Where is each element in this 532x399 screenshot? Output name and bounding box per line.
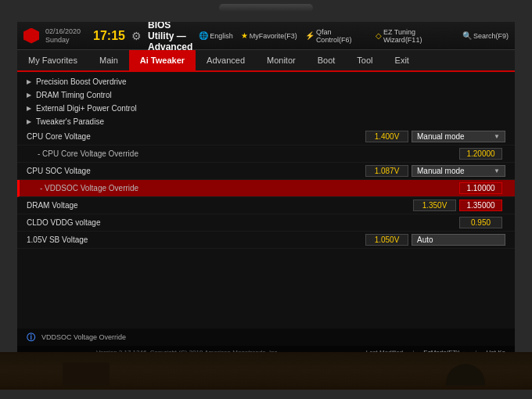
arrow-icon: ▶ [27, 118, 31, 125]
value-cldo-vddg: 0.950 [459, 217, 502, 228]
rog-icon [23, 28, 39, 44]
row-cpu-soc-voltage[interactable]: CPU SOC Voltage 1.087V Manual mode ▼ [17, 163, 515, 180]
tab-main[interactable]: Main [88, 50, 129, 70]
row-dram-voltage[interactable]: DRAM Voltage 1.350V 1.35000 [17, 197, 515, 214]
room-background [0, 352, 532, 390]
bios-screen: 02/16/2020 Sunday 17:15 ⚙ UEFI BIOS Util… [17, 22, 515, 352]
info-icon: ⓘ [27, 332, 35, 343]
shortcut-search[interactable]: 🔍 Search(F9) [462, 31, 509, 40]
row-vddsoc-voltage-override[interactable]: - VDDSOC Voltage Override 1.10000 [17, 180, 515, 197]
monitor-outer: 02/16/2020 Sunday 17:15 ⚙ UEFI BIOS Util… [0, 0, 532, 399]
tab-tool[interactable]: Tool [346, 50, 383, 70]
value-dram-voltage: 1.350V [413, 200, 456, 211]
value2-dram-voltage: 1.35000 [459, 200, 502, 211]
shortcut-english[interactable]: 🌐 English [199, 31, 233, 40]
value-cpu-core-voltage-override: 1.20000 [459, 148, 502, 160]
row-cpu-core-voltage[interactable]: CPU Core Voltage 1.400V Manual mode ▼ [17, 128, 515, 146]
label-cpu-core-voltage-override: - CPU Core Voltage Override [27, 149, 459, 158]
globe-icon: 🌐 [199, 31, 208, 40]
arrow-icon: ▶ [27, 105, 31, 112]
section-tweakers-paradise[interactable]: ▶ Tweaker's Paradise [17, 115, 515, 128]
arrow-icon: ▶ [27, 78, 31, 85]
shortcut-ez-tuning[interactable]: ◇ EZ Tuning Wizard(F11) [376, 28, 455, 44]
row-105v-sb-voltage[interactable]: 1.05V SB Voltage 1.050V Auto [17, 232, 515, 249]
search-icon: 🔍 [462, 31, 472, 40]
value-105v-sb-voltage: 1.050V [365, 234, 408, 246]
gear-symbol: ⚙ [131, 30, 142, 42]
star-icon: ★ [241, 31, 248, 40]
dropdown-cpu-core-voltage[interactable]: Manual mode ▼ [412, 131, 505, 142]
tab-advanced[interactable]: Advanced [196, 50, 256, 70]
tab-boot[interactable]: Boot [307, 50, 347, 70]
dropdown-cpu-soc-voltage[interactable]: Manual mode ▼ [412, 165, 505, 177]
label-cldo-vddg: CLDO VDDG voltage [27, 218, 243, 227]
label-dram-voltage: DRAM Voltage [27, 201, 413, 210]
row-cldo-vddg[interactable]: CLDO VDDG voltage 0.950 [17, 214, 515, 232]
header-date: 02/16/2020 Sunday [45, 27, 81, 45]
label-105v-sb-voltage: 1.05V SB Voltage [27, 235, 365, 244]
tab-monitor[interactable]: Monitor [256, 50, 307, 70]
dropdown-105v-sb-voltage[interactable]: Auto [412, 234, 505, 246]
label-vddsoc-voltage-override: - VDDSOC Voltage Override [29, 184, 459, 192]
arrow-icon: ▶ [27, 92, 31, 99]
section-dram-timing[interactable]: ▶ DRAM Timing Control [17, 88, 515, 102]
content-area: ▶ Precision Boost Overdrive ▶ DRAM Timin… [17, 72, 515, 329]
row-cpu-core-voltage-override[interactable]: - CPU Core Voltage Override 1.20000 [17, 146, 515, 163]
label-cpu-soc-voltage: CPU SOC Voltage [27, 167, 365, 175]
dropdown-arrow-icon: ▼ [494, 167, 500, 174]
fan-icon: ⚡ [305, 31, 315, 40]
value-cpu-core-voltage: 1.400V [365, 131, 408, 142]
light-bar [219, 4, 313, 12]
tab-my-favorites[interactable]: My Favorites [17, 50, 88, 70]
rog-logo [23, 28, 39, 44]
wizard-icon: ◇ [376, 31, 382, 40]
section-precision-boost[interactable]: ▶ Precision Boost Overdrive [17, 75, 515, 88]
info-bar: ⓘ VDDSOC Voltage Override [17, 329, 515, 346]
nav-tabs: My Favorites Main Ai Tweaker Advanced Mo… [17, 50, 515, 72]
value-vddsoc-voltage-override: 1.10000 [459, 182, 502, 194]
tab-exit[interactable]: Exit [384, 50, 420, 70]
header-time: 17:15 [93, 29, 125, 43]
main-content: ▶ Precision Boost Overdrive ▶ DRAM Timin… [17, 72, 515, 329]
shortcut-qfan[interactable]: ⚡ Qfan Control(F6) [305, 28, 368, 44]
label-cpu-core-voltage: CPU Core Voltage [27, 132, 365, 141]
version-bar: Version 2.17.1246. Copyright (C) 2019 Am… [17, 346, 515, 352]
header-bar: 02/16/2020 Sunday 17:15 ⚙ UEFI BIOS Util… [17, 22, 515, 50]
tab-ai-tweaker[interactable]: Ai Tweaker [129, 50, 196, 70]
monitor-bottom: LG [0, 352, 532, 399]
section-external-digi[interactable]: ▶ External Digi+ Power Control [17, 102, 515, 115]
dropdown-arrow-icon: ▼ [494, 133, 500, 140]
header-shortcuts: 🌐 English ★ MyFavorite(F3) ⚡ Qfan Contro… [199, 28, 509, 44]
shortcut-myfavorite[interactable]: ★ MyFavorite(F3) [241, 31, 297, 40]
value-cpu-soc-voltage: 1.087V [365, 165, 408, 177]
info-text: VDDSOC Voltage Override [41, 333, 126, 341]
